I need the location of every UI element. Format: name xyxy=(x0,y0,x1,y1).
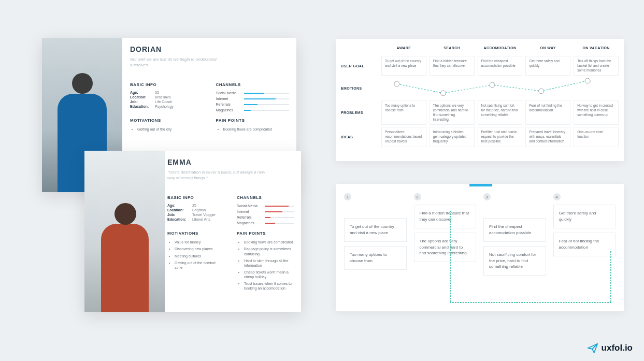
painpoints-heading: PAIN POINTS xyxy=(216,118,290,123)
bar-track xyxy=(265,217,294,218)
channels-heading: CHANNELS xyxy=(216,82,290,87)
story-card[interactable]: To get out of the country and visit a ne… xyxy=(344,218,407,242)
bar-fill xyxy=(244,110,251,111)
svg-point-4 xyxy=(585,78,590,83)
value: Liberal Arts xyxy=(192,218,210,221)
value: 25 xyxy=(192,204,196,207)
story-card[interactable]: Find the cheapest accomodation possible xyxy=(483,218,546,242)
journey-cell: Personalized recommendations based on pa… xyxy=(381,127,426,147)
motivations-heading: MOTIVATIONS xyxy=(130,118,204,123)
painpoints-heading: PAIN POINTS xyxy=(237,231,294,236)
list-item: Booking flows are complicated xyxy=(244,239,294,246)
value: 33 xyxy=(155,91,159,94)
step-number: 2 xyxy=(414,193,421,200)
bar-fill xyxy=(244,93,264,94)
label: Location: xyxy=(167,208,192,212)
list-item: Cheap tickets won't mean a cheap holiday xyxy=(244,269,294,280)
label: Job: xyxy=(130,100,155,104)
svg-point-0 xyxy=(394,81,399,86)
bar-fill xyxy=(265,223,275,224)
value: Bratislava xyxy=(155,95,171,99)
channel-label: Referrals xyxy=(237,215,262,219)
persona-name: DORIAN xyxy=(130,45,289,53)
list-item: Value for money xyxy=(175,239,224,246)
channel-bar: Social Media xyxy=(216,90,290,96)
channel-label: Referrals xyxy=(216,103,241,106)
journey-cell: Tick off things from the bucket list and… xyxy=(574,56,619,76)
bar-fill xyxy=(265,211,282,212)
journey-column-header: ON WAY xyxy=(525,44,570,54)
journey-row-label: USER GOAL xyxy=(341,56,378,76)
value: Psychology xyxy=(155,105,174,108)
persona-photo xyxy=(84,151,165,312)
label: Age: xyxy=(130,91,155,94)
bar-fill xyxy=(265,206,289,207)
journey-column-header: ON VACATION xyxy=(574,44,619,54)
bar-track xyxy=(265,223,294,224)
journey-cell: Prefilter host and house request to prov… xyxy=(478,127,523,147)
channel-label: Social Media xyxy=(237,204,262,208)
journey-cell: Get there safely and quickly xyxy=(525,56,570,76)
journey-column-header: ACCOMODATION xyxy=(478,44,523,54)
channel-bar: Magazines xyxy=(216,107,290,113)
svg-point-3 xyxy=(539,89,544,94)
channel-label: Internet xyxy=(216,97,241,100)
story-card[interactable]: Fear of not finding the accommodation xyxy=(553,233,616,256)
journey-row-label: EMOTIONS xyxy=(341,78,378,98)
journey-cell: No way to get in contact with the host i… xyxy=(574,100,619,125)
bar-track xyxy=(244,93,290,94)
step-number: 1 xyxy=(344,193,351,200)
value: Travel Vlogger xyxy=(192,213,216,216)
list-item: Trust issues when it comes to booking an… xyxy=(244,280,294,292)
list-item: Getting out of the city xyxy=(137,126,204,133)
bar-track xyxy=(265,206,294,207)
journey-cell: Prepared travel itinerary with maps, ess… xyxy=(525,127,570,147)
svg-point-1 xyxy=(440,91,446,96)
journey-cell: The options are very commercial and hard… xyxy=(430,100,475,125)
bar-track xyxy=(244,110,290,111)
paper-plane-icon xyxy=(587,342,598,354)
channel-label: Internet xyxy=(237,210,262,213)
journey-column-header: SEARCH xyxy=(430,44,475,54)
bar-fill xyxy=(265,217,270,218)
journey-cell: Find the cheapest accomodation possible xyxy=(478,56,523,76)
step-number: 4 xyxy=(553,193,561,200)
basic-info-heading: BASIC INFO xyxy=(130,82,204,87)
persona-name: EMMA xyxy=(167,158,294,166)
motivations-heading: MOTIVATIONS xyxy=(167,231,224,236)
active-tab-indicator xyxy=(469,184,492,186)
story-card[interactable]: Too many options to choose from xyxy=(344,246,407,270)
story-card[interactable]: Find a hidden treasure that they can dis… xyxy=(414,205,477,228)
journey-cell: To get out of the country and visit a ne… xyxy=(381,56,426,76)
story-card[interactable]: Not sacrificing comfort for the price, h… xyxy=(483,246,546,276)
list-item: Meeting cultures xyxy=(175,253,224,259)
bar-fill xyxy=(244,98,276,99)
persona-quote: "One's destination is never a place, but… xyxy=(167,169,271,181)
persona-card-emma: EMMA "One's destination is never a place… xyxy=(84,151,301,312)
channel-bar: Social Media xyxy=(237,203,294,209)
value: Brighton xyxy=(192,208,206,212)
bar-track xyxy=(265,211,294,212)
svg-point-2 xyxy=(490,82,495,88)
brand-logo[interactable]: uxfol.io xyxy=(587,342,633,354)
channel-label: Social Media xyxy=(216,91,241,95)
label: Location: xyxy=(130,95,155,99)
label: Education: xyxy=(167,218,192,221)
list-item: Discovering new places xyxy=(175,246,224,252)
journey-cell: Too many options to choose from xyxy=(381,100,426,125)
value: Life Coach xyxy=(155,100,172,104)
list-item: Getting out of the comfort zone xyxy=(175,259,224,271)
channel-bar: Internet xyxy=(237,209,294,214)
story-card[interactable]: The options are very commercial and hard… xyxy=(414,233,477,262)
emotions-graph xyxy=(381,78,619,98)
bar-track xyxy=(244,98,290,99)
label: Job: xyxy=(167,213,192,216)
channel-bar: Internet xyxy=(216,96,290,102)
journey-cell: Introducing a hidden gem category update… xyxy=(430,127,475,147)
journey-cell: Fear of not finding the accommodation xyxy=(525,100,570,125)
channels-heading: CHANNELS xyxy=(237,195,294,200)
story-card[interactable]: Get there safely and quickly xyxy=(553,205,616,228)
persona-quote: Not until we are lost do we begin to und… xyxy=(130,56,234,68)
journey-row-label: PROBLEMS xyxy=(341,100,378,125)
list-item: Hard to skim through all the information xyxy=(244,257,294,269)
